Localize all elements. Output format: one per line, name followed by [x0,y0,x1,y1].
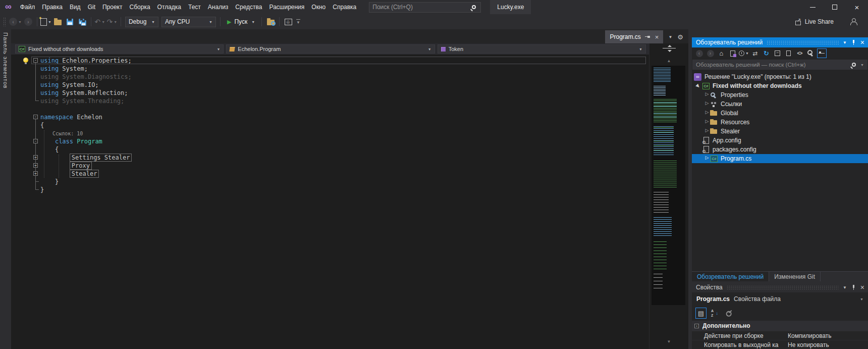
property-value[interactable]: Не копировать [786,341,868,348]
solution-explorer-search-input[interactable] [696,62,852,68]
code-line[interactable] [11,105,649,113]
expand-region-button[interactable]: + [33,171,38,176]
solution-explorer-header[interactable]: Обозреватель решений ▼ × [692,37,868,47]
menu-item[interactable]: Анализ [204,0,232,14]
feedback-icon[interactable] [850,18,857,25]
code-line[interactable]: -namespace Echelon [11,113,649,121]
expand-arrow-icon[interactable] [702,111,710,115]
quick-search-input[interactable] [372,4,472,11]
code-line[interactable]: - class Program [11,137,649,145]
forward-button[interactable]: › [706,48,715,58]
tree-item-stealer[interactable]: Stealer [692,127,868,136]
menu-item[interactable]: Сборка [126,0,154,14]
pin-icon[interactable] [851,284,856,290]
code-area[interactable]: -using Echelon.Properties;using System;u… [11,55,649,349]
close-icon[interactable]: × [860,39,864,46]
menu-item[interactable]: Окно [308,0,329,14]
back-button[interactable]: ‹ [694,48,704,58]
property-row[interactable]: Копировать в выходной ка Не копировать [692,340,868,349]
tree-item-resources[interactable]: Resources [692,118,868,127]
code-line[interactable]: using System.Reflection; [11,89,649,97]
collapse-region-button[interactable]: - [33,139,38,143]
properties-header[interactable]: Свойства ▼ × [692,282,868,292]
menu-item[interactable]: Тест [185,0,204,14]
menu-item[interactable]: Справка [329,0,360,14]
solution-explorer-search-box[interactable]: ▼ [692,60,867,70]
expand-region-button[interactable]: + [33,163,38,168]
expand-arrow-icon[interactable] [702,120,710,124]
tree-item-app-config[interactable]: App.config [692,136,868,145]
live-share-button[interactable]: Live Share [805,18,834,25]
solution-platform-dropdown[interactable]: Any CPU ▼ [161,17,216,27]
properties-object-selector[interactable]: Program.cs Свойства файла ▼ [692,292,868,306]
editor-scrollbar-minimap[interactable]: ▲ ▼ [649,43,688,349]
member-dropdown[interactable]: Token ▼ [438,44,646,54]
redo-button[interactable]: ↷▼ [106,16,118,27]
code-line[interactable]: + Settings Stealer [11,154,649,162]
code-editor[interactable]: C# Fixed without other downloads ▼ Echel… [11,43,649,349]
code-line[interactable]: using System; [11,65,649,73]
switch-views-button[interactable] [728,48,737,58]
close-tab-icon[interactable]: × [655,34,659,40]
chevron-down-icon[interactable]: ▼ [860,63,864,67]
close-icon[interactable]: × [860,284,864,291]
menu-item[interactable]: Git [84,0,99,14]
code-line[interactable]: { [11,145,649,154]
panel-tab[interactable]: Обозреватель решений [692,272,769,281]
menu-item[interactable]: Расширения [266,0,308,14]
menu-item[interactable]: Вид [66,0,84,14]
solution-configuration-dropdown[interactable]: Debug ▼ [125,17,158,27]
tree-item-решение-lucky-exe-проекты-1-из-1[interactable]: Решение "Lucky.exe" (проекты: 1 из 1) [692,72,868,81]
menu-item[interactable]: Правка [38,0,66,14]
toolbar-grip[interactable] [3,17,6,26]
browser-home-button[interactable]: ⌂ [283,16,294,27]
scroll-down-icon[interactable]: ▼ [649,339,688,344]
code-line[interactable]: { [11,121,649,129]
menu-item[interactable]: Файл [17,0,39,14]
properties-button[interactable] [806,48,816,58]
open-folder-button[interactable] [52,16,64,27]
preview-selected-items-toggle[interactable] [817,48,827,58]
search-icon[interactable] [472,5,476,9]
alphabetical-sort-button[interactable]: ↓ [709,308,720,319]
search-icon[interactable] [852,63,856,67]
expand-arrow-icon[interactable] [702,93,710,97]
minimize-button[interactable] [801,0,824,14]
scroll-up-icon[interactable]: ▲ [649,59,688,63]
tree-item-properties[interactable]: Properties [692,90,868,99]
show-all-files-button[interactable] [784,48,793,58]
pin-icon[interactable] [851,39,856,45]
menu-item[interactable]: Средства [232,0,265,14]
tree-item-ссылки[interactable]: Ссылки [692,99,868,109]
pending-changes-filter-button[interactable]: ▼ [739,48,749,58]
expand-region-button[interactable]: + [33,155,38,160]
collapse-region-button[interactable]: - [33,58,38,63]
expand-arrow-icon[interactable] [702,157,710,161]
tab-program-cs[interactable]: Program.cs × [605,30,663,43]
tree-item-fixed-without-other-downloads[interactable]: ▶Fixed without other downloads [692,81,868,90]
window-position-dropdown-icon[interactable]: ▼ [843,40,847,45]
code-line[interactable]: + Stealer [11,170,649,178]
code-line[interactable]: + Proxy [11,162,649,170]
tab-list-dropdown-icon[interactable]: ▼ [668,35,672,39]
home-button[interactable]: ⌂ [717,48,726,58]
maximize-button[interactable] [824,0,846,14]
properties-section-header[interactable]: - Дополнительно [692,321,868,331]
sync-with-active-document-button[interactable]: ⇄ [750,48,760,58]
tree-item-program-cs[interactable]: Program.cs [692,154,868,163]
pin-icon[interactable] [645,34,651,39]
categorized-view-button[interactable]: ▤ [695,308,707,319]
start-debugging-button[interactable]: ▶ Пуск ▼ [223,18,259,25]
collapsed-region[interactable]: Settings Stealer [70,154,132,162]
panel-tab[interactable]: Изменения Git [769,272,821,281]
navigate-back-button[interactable]: ‹▼ [9,16,22,27]
property-value[interactable]: Компилировать [786,332,868,339]
toolbar-overflow-button[interactable]: ▼ [296,19,300,25]
quick-actions-lightbulb-icon[interactable] [23,58,29,64]
save-all-button[interactable] [77,16,88,27]
window-position-dropdown-icon[interactable]: ▼ [843,285,847,290]
collapse-region-button[interactable]: - [33,115,38,119]
code-line[interactable]: -using Echelon.Properties; [11,57,649,65]
code-line[interactable]: using System.Diagnostics; [11,73,649,81]
code-minimap[interactable] [652,66,685,305]
